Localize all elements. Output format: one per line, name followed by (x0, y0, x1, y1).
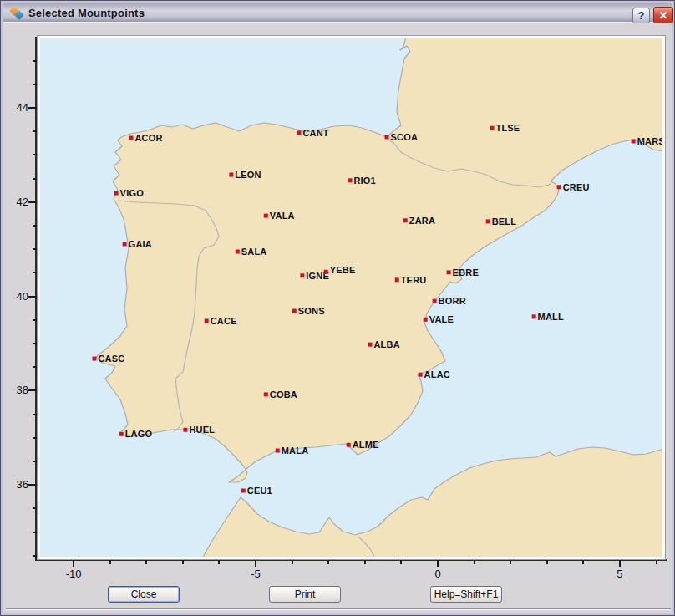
station-marker-SONS (292, 309, 297, 313)
mountpoints-map: ACORCANTSCOATLSEMARSVIGOLEONRIO1CREUVALA… (40, 38, 662, 557)
station-marker-LAGO (119, 432, 124, 436)
y-minor-tick (33, 272, 37, 273)
x-major-tick (619, 560, 621, 567)
station-marker-TERU (395, 277, 399, 282)
bottom-divider (6, 608, 671, 610)
map-plot-frame: ACORCANTSCOATLSEMARSVIGOLEONRIO1CREUVALA… (37, 35, 666, 560)
y-minor-tick (33, 178, 37, 180)
x-tick-label: 5 (606, 568, 634, 580)
x-minor-tick (109, 560, 111, 564)
station-marker-ZARA (403, 218, 408, 222)
selected-mountpoints-dialog: Selected Mountpoints ? ✕ ACORCANTSCOATLS… (0, 0, 675, 616)
y-minor-tick (33, 154, 37, 155)
help-shortcut-button[interactable]: Help=Shift+F1 (430, 586, 502, 603)
y-minor-tick (33, 225, 37, 227)
station-label-LEON: LEON (235, 170, 261, 180)
station-label-TERU: TERU (401, 275, 427, 285)
station-marker-BELL (486, 219, 490, 223)
x-major-tick (255, 560, 256, 567)
station-marker-MALL (532, 314, 536, 318)
y-minor-tick (33, 248, 37, 250)
station-label-GAIA: GAIA (129, 239, 152, 249)
y-major-tick (28, 201, 37, 203)
x-major-tick (73, 560, 74, 567)
station-marker-CANT (297, 130, 301, 135)
station-label-HUEL: HUEL (189, 425, 215, 435)
x-tick-label: -10 (59, 568, 88, 580)
station-label-CANT: CANT (302, 128, 328, 138)
y-minor-tick (33, 319, 37, 321)
x-minor-tick (145, 560, 147, 564)
print-button[interactable]: Print (269, 586, 341, 603)
y-tick-label: 38 (7, 384, 28, 396)
y-tick-label: 42 (7, 196, 28, 208)
station-marker-VALA (264, 214, 268, 218)
x-minor-tick (656, 560, 657, 564)
station-label-SONS: SONS (298, 306, 325, 316)
x-major-tick (437, 560, 439, 567)
y-minor-tick (33, 130, 37, 132)
station-marker-CACE (205, 318, 209, 323)
station-label-ACOR: ACOR (134, 133, 162, 143)
dialog-close-button[interactable]: Close (108, 586, 180, 603)
x-minor-tick (218, 560, 220, 564)
titlebar-help-button[interactable]: ? (632, 8, 650, 23)
station-label-ALBA: ALBA (373, 339, 399, 349)
station-label-VIGO: VIGO (120, 188, 145, 198)
station-label-SCOA: SCOA (391, 132, 419, 142)
station-marker-YEBE (324, 270, 328, 274)
window-title: Selected Mountpoints (28, 7, 145, 19)
x-minor-tick (327, 560, 329, 564)
station-marker-RIO1 (348, 178, 352, 182)
x-minor-tick (474, 560, 475, 564)
y-minor-tick (33, 507, 37, 509)
station-marker-TLSE (490, 126, 494, 130)
y-tick-label: 44 (7, 101, 28, 114)
station-marker-MALA (276, 449, 280, 453)
titlebar-close-button[interactable]: ✕ (653, 7, 673, 23)
station-marker-EBRE (447, 270, 451, 274)
station-marker-CEU1 (241, 489, 246, 493)
station-marker-HUEL (183, 428, 187, 432)
station-marker-ALAC (419, 373, 423, 377)
station-marker-GAIA (123, 242, 127, 246)
station-label-ZARA: ZARA (409, 216, 435, 226)
station-label-RIO1: RIO1 (353, 176, 375, 186)
station-marker-ALME (347, 443, 351, 447)
y-minor-tick (33, 461, 37, 462)
station-marker-VIGO (114, 191, 119, 196)
x-minor-tick (546, 560, 548, 564)
x-minor-tick (292, 560, 293, 564)
station-marker-VALE (424, 318, 428, 322)
app-diamond-icon (10, 6, 23, 19)
y-minor-tick (33, 414, 37, 415)
station-marker-BORR (433, 299, 437, 303)
station-label-BELL: BELL (492, 216, 517, 227)
station-label-TLSE: TLSE (495, 123, 520, 133)
station-label-YEBE: YEBE (330, 265, 356, 275)
station-marker-SCOA (385, 135, 389, 139)
y-major-tick (28, 389, 37, 391)
station-label-COBA: COBA (270, 389, 297, 400)
station-marker-COBA (264, 392, 268, 396)
x-minor-tick (364, 560, 366, 564)
station-label-BORR: BORR (439, 296, 466, 306)
y-minor-tick (33, 84, 37, 85)
station-label-CASC: CASC (98, 354, 124, 364)
station-marker-CREU (557, 185, 561, 189)
y-major-tick (28, 484, 37, 486)
station-label-SALA: SALA (241, 247, 267, 257)
station-marker-LEON (229, 173, 233, 177)
y-minor-tick (33, 366, 37, 368)
y-minor-tick (33, 555, 37, 557)
station-label-EBRE: EBRE (453, 267, 479, 277)
y-tick-label: 36 (7, 478, 28, 491)
x-minor-tick (582, 560, 584, 564)
station-marker-SALA (236, 249, 240, 253)
station-marker-ACOR (129, 136, 133, 140)
station-marker-CASC (92, 357, 96, 361)
x-minor-tick (510, 560, 511, 564)
x-minor-tick (182, 560, 184, 564)
title-bar[interactable]: Selected Mountpoints ? ✕ (3, 3, 672, 23)
y-major-tick (28, 296, 37, 298)
